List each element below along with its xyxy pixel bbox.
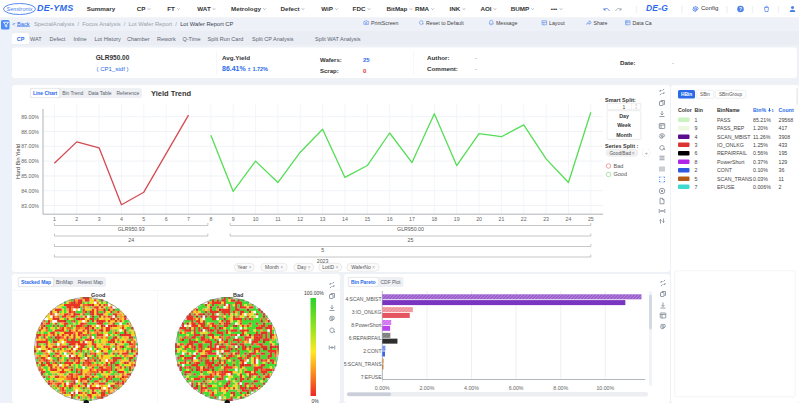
svg-text:4:SCAN_MBIST: 4:SCAN_MBIST [345, 296, 381, 302]
svg-text:Semitronix: Semitronix [7, 6, 33, 12]
svg-text:85.00%: 85.00% [21, 173, 39, 179]
svg-text:17: 17 [409, 216, 415, 222]
svg-text:4: 4 [120, 216, 123, 222]
svg-text:1: 1 [53, 216, 56, 222]
svg-text:14: 14 [342, 216, 348, 222]
svg-text:9: 9 [232, 216, 235, 222]
svg-text:3: 3 [98, 216, 101, 222]
svg-text:23: 23 [543, 216, 549, 222]
svg-text:3:IO_ONLKG: 3:IO_ONLKG [352, 309, 382, 315]
svg-text:5: 5 [321, 247, 324, 253]
svg-text:6.00%: 6.00% [509, 385, 524, 391]
svg-text:24: 24 [128, 237, 134, 243]
svg-text:21: 21 [498, 216, 504, 222]
svg-text:0.00%: 0.00% [375, 385, 390, 391]
svg-text:10.00%: 10.00% [596, 385, 614, 391]
svg-text:6: 6 [165, 216, 168, 222]
svg-text:4.00%: 4.00% [464, 385, 479, 391]
svg-text:86.00%: 86.00% [21, 158, 39, 164]
svg-text:10: 10 [253, 216, 259, 222]
svg-text:8: 8 [209, 216, 212, 222]
svg-text:12: 12 [297, 216, 303, 222]
svg-text:24: 24 [566, 216, 572, 222]
svg-text:?: ? [739, 6, 742, 12]
svg-text:8.00%: 8.00% [553, 385, 568, 391]
svg-text:GLR950.00: GLR950.00 [397, 226, 424, 232]
svg-text:8:PowerShort: 8:PowerShort [351, 322, 382, 328]
svg-text:22: 22 [521, 216, 527, 222]
svg-text:7: 7 [187, 216, 190, 222]
svg-text:2:CONT: 2:CONT [363, 348, 381, 354]
svg-text:GLR950.93: GLR950.93 [118, 226, 145, 232]
svg-text:25: 25 [408, 237, 414, 243]
svg-text:18: 18 [431, 216, 437, 222]
svg-text:19: 19 [454, 216, 460, 222]
svg-text:20: 20 [476, 216, 482, 222]
svg-text:25: 25 [588, 216, 594, 222]
svg-text:16: 16 [387, 216, 393, 222]
svg-text:11: 11 [275, 216, 281, 222]
svg-text:88.00%: 88.00% [21, 129, 39, 135]
svg-text:2.00%: 2.00% [419, 385, 434, 391]
svg-text:84.00%: 84.00% [21, 188, 39, 194]
svg-text:Hard Bin Yield: Hard Bin Yield [15, 144, 21, 179]
svg-text:87.00%: 87.00% [21, 143, 39, 149]
svg-text:6:REPAIRFAIL: 6:REPAIRFAIL [349, 335, 382, 341]
svg-text:2: 2 [75, 216, 78, 222]
svg-text:13: 13 [320, 216, 326, 222]
svg-text:89.00%: 89.00% [21, 114, 39, 120]
svg-text:5:SCAN_TRANS: 5:SCAN_TRANS [344, 361, 382, 367]
svg-text:7:EFUSE: 7:EFUSE [361, 374, 383, 380]
svg-text:83.00%: 83.00% [21, 203, 39, 209]
svg-text:5: 5 [142, 216, 145, 222]
svg-text:15: 15 [364, 216, 370, 222]
